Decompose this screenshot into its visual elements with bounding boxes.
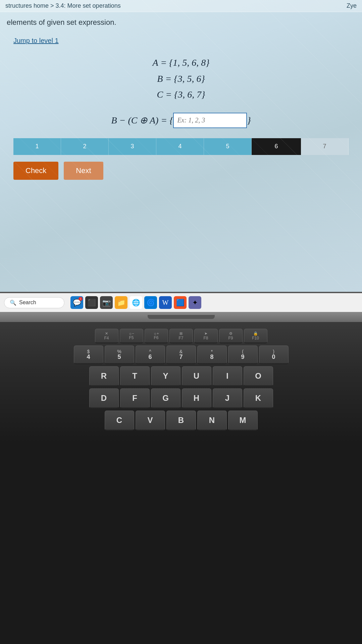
- fn-key-row: ✕F4☼−F5☼+F6⊞F7➤F8⚙F9🔒F10: [3, 329, 359, 343]
- breadcrumb-bar: structures home > 3.4: More set operatio…: [0, 0, 362, 12]
- key-j[interactable]: J: [213, 388, 242, 409]
- key-g[interactable]: G: [151, 388, 180, 409]
- notification-badge: 1: [79, 297, 83, 301]
- progress-segment-2[interactable]: 2: [61, 138, 109, 155]
- chat-icon[interactable]: 💬1: [70, 296, 83, 309]
- key-i[interactable]: I: [213, 366, 242, 386]
- set-B-expression: B = {3, 5, 6}: [10, 71, 352, 87]
- key-8[interactable]: *8: [197, 345, 227, 364]
- progress-segment-3[interactable]: 3: [109, 138, 156, 155]
- key-o[interactable]: O: [244, 366, 273, 386]
- taskbar-search-text: Search: [19, 300, 36, 306]
- key-F9[interactable]: ⚙F9: [219, 329, 243, 343]
- key-c[interactable]: C: [105, 411, 134, 431]
- search-icon: 🔍: [10, 300, 16, 306]
- key-r[interactable]: R: [89, 366, 119, 386]
- laptop-hinge: [148, 315, 215, 319]
- copilot-icon[interactable]: ✦: [189, 296, 201, 309]
- taskbar-search-box[interactable]: 🔍 Search: [4, 297, 64, 308]
- key-k[interactable]: K: [244, 388, 273, 409]
- key-F6[interactable]: ☼+F6: [145, 329, 168, 343]
- key-F10[interactable]: 🔒F10: [244, 329, 267, 343]
- key-h[interactable]: H: [182, 388, 211, 409]
- key-F7[interactable]: ⊞F7: [169, 329, 193, 343]
- key-7[interactable]: &7: [166, 345, 196, 364]
- breadcrumb-text: structures home > 3.4: More set operatio…: [5, 2, 121, 9]
- key-5[interactable]: %5: [105, 345, 134, 364]
- progress-segment-4[interactable]: 4: [156, 138, 204, 155]
- breadcrumb-right: Zye: [347, 2, 357, 9]
- screen-area: structures home > 3.4: More set operatio…: [0, 0, 362, 292]
- set-A-expression: A = {1, 5, 6, 8}: [10, 55, 352, 71]
- progress-segment-6[interactable]: 6: [252, 138, 301, 155]
- expression-right: }: [247, 115, 251, 126]
- taskbar: 🔍 Search 💬1⬛📷📁🌐🌀W🟦✦: [0, 293, 362, 312]
- key-d[interactable]: D: [89, 388, 119, 409]
- msstore-icon[interactable]: 🟦: [174, 296, 187, 309]
- key-y[interactable]: Y: [151, 366, 180, 386]
- progress-segment-5[interactable]: 5: [204, 138, 252, 155]
- taskbar-icons: 💬1⬛📷📁🌐🌀W🟦✦: [70, 296, 201, 309]
- camera-icon[interactable]: 📷: [100, 296, 113, 309]
- next-button[interactable]: Next: [64, 162, 103, 180]
- word-icon[interactable]: W: [159, 296, 172, 309]
- key-4[interactable]: $4: [74, 345, 103, 364]
- edge-icon[interactable]: 🌀: [144, 296, 157, 309]
- answer-input[interactable]: [173, 113, 247, 128]
- progress-segment-7[interactable]: 7: [301, 138, 349, 155]
- set-C-expression: C = {3, 6, 7}: [10, 87, 352, 103]
- key-6[interactable]: ^6: [136, 345, 165, 364]
- multitasking-icon[interactable]: ⬛: [85, 296, 98, 309]
- laptop-bezel: [0, 312, 362, 322]
- buttons-row: Check Next: [13, 162, 349, 180]
- key-m[interactable]: M: [228, 411, 258, 431]
- key-F5[interactable]: ☼−F5: [120, 329, 143, 343]
- subtitle-text: elements of given set expression.: [0, 12, 362, 30]
- math-section: A = {1, 5, 6, 8} B = {3, 5, 6} C = {3, 6…: [10, 55, 352, 103]
- keyboard-area: ✕F4☼−F5☼+F6⊞F7➤F8⚙F9🔒F10 $4%5^6&7*8(9)0 …: [0, 322, 362, 443]
- expression-left: B − (C ⊕ A) = {: [111, 115, 173, 126]
- key-n[interactable]: N: [197, 411, 227, 431]
- key-F4[interactable]: ✕F4: [95, 329, 118, 343]
- expression-row: B − (C ⊕ A) = { }: [10, 113, 352, 128]
- key-0[interactable]: )0: [259, 345, 289, 364]
- files-icon[interactable]: 📁: [115, 296, 127, 309]
- check-button[interactable]: Check: [13, 162, 58, 180]
- chrome-icon[interactable]: 🌐: [130, 296, 142, 309]
- key-v[interactable]: V: [136, 411, 165, 431]
- asdf-row: DFGHJK: [3, 388, 359, 409]
- zxcv-row: CVBNM: [3, 411, 359, 431]
- progress-bar: 1234567: [13, 138, 349, 155]
- content-card: Jump to level 1 A = {1, 5, 6, 8} B = {3,…: [10, 34, 352, 186]
- key-F8[interactable]: ➤F8: [194, 329, 218, 343]
- jump-to-level-link[interactable]: Jump to level 1: [10, 37, 352, 45]
- key-t[interactable]: T: [120, 366, 150, 386]
- number-key-row: $4%5^6&7*8(9)0: [3, 345, 359, 364]
- key-9[interactable]: (9: [228, 345, 258, 364]
- key-b[interactable]: B: [166, 411, 196, 431]
- qwerty-row: RTYUIO: [3, 366, 359, 386]
- key-f[interactable]: F: [120, 388, 150, 409]
- progress-segment-1[interactable]: 1: [13, 138, 61, 155]
- key-u[interactable]: U: [182, 366, 211, 386]
